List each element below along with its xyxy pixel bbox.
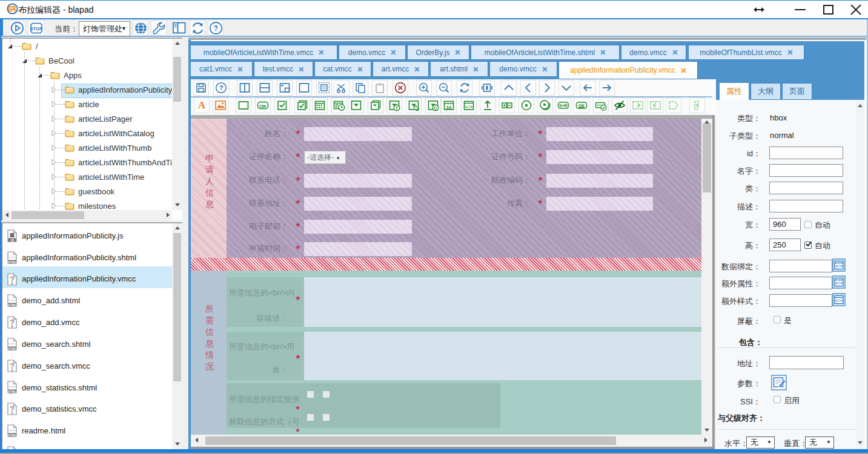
svg-text:STOP: STOP	[30, 25, 42, 31]
svg-text:S+R: S+R	[559, 104, 568, 108]
svg-text:</>: </>	[9, 429, 16, 433]
svg-text:</>: </>	[835, 265, 843, 269]
svg-text:?: ?	[10, 275, 15, 284]
svg-text:HTML: HTML	[8, 347, 16, 350]
svg-text:HTML: HTML	[8, 390, 16, 393]
svg-text:?: ?	[213, 24, 217, 33]
svg-text:?: ?	[10, 318, 15, 327]
svg-text:</>: </>	[9, 255, 16, 260]
svg-text:OK: OK	[578, 104, 585, 108]
svg-text:</>: </>	[9, 385, 16, 389]
svg-text:</>: </>	[9, 342, 16, 346]
svg-text:OK: OK	[259, 104, 267, 109]
svg-text:</>: </>	[465, 105, 473, 110]
svg-text:</>: </>	[835, 299, 843, 303]
svg-text:?: ?	[10, 404, 15, 413]
svg-text:?: ?	[219, 84, 224, 91]
svg-text:HTML: HTML	[8, 433, 16, 437]
svg-text:</>: </>	[835, 281, 843, 286]
svg-text:?: ?	[10, 361, 15, 370]
svg-text:16: 16	[446, 105, 452, 110]
svg-text:HTML: HTML	[8, 303, 16, 307]
svg-text:HTML: HTML	[8, 260, 16, 264]
svg-text:JS: JS	[10, 239, 15, 242]
svg-text:</>: </>	[9, 298, 16, 303]
svg-text:C: C	[434, 105, 437, 111]
svg-text:T: T	[396, 105, 399, 111]
